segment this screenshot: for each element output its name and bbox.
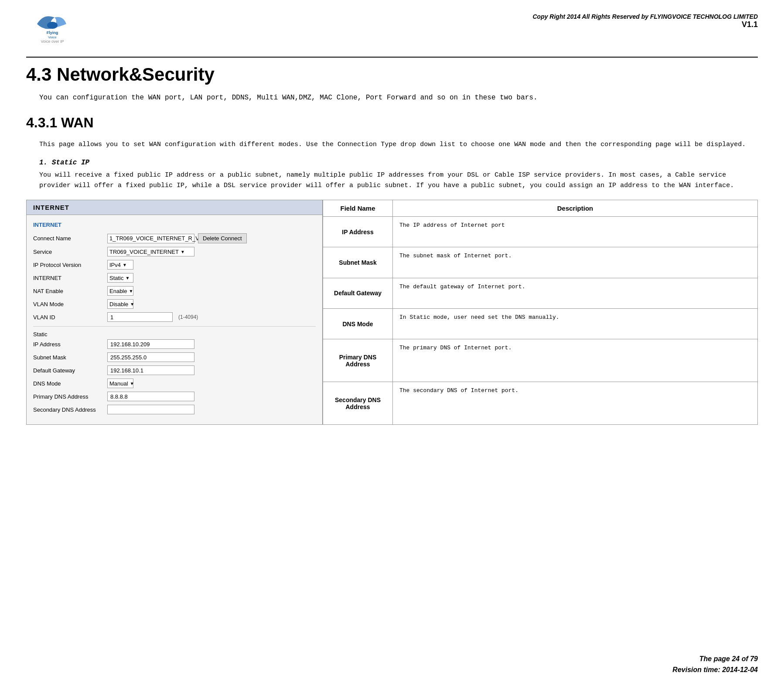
- nat-enable-select[interactable]: Enable ▼: [107, 286, 133, 296]
- ui-section-label: INTERNET: [33, 222, 316, 228]
- vlan-id-input[interactable]: [107, 312, 173, 322]
- default-gateway-input[interactable]: [107, 365, 194, 375]
- ui-panel: INTERNET INTERNET Connect Name 1_TR069_V…: [26, 200, 323, 425]
- service-arrow-icon: ▼: [181, 249, 185, 254]
- dns-mode-arrow-icon: ▼: [130, 381, 134, 386]
- static-ip-description: You will receive a fixed public IP addre…: [39, 170, 758, 191]
- static-ip-title: 1. Static IP: [39, 159, 758, 167]
- secondary-dns-field: [107, 405, 194, 414]
- static-section-label: Static: [33, 331, 316, 338]
- dns-mode-value: Manual: [109, 380, 128, 387]
- service-row: Service TR069_VOICE_INTERNET ▼: [33, 247, 316, 256]
- vlan-mode-value: Disable: [109, 301, 128, 307]
- footer-line2: Revision time: 2014-12-04: [672, 664, 758, 676]
- field-name-subnet-mask: Subnet Mask: [323, 247, 393, 278]
- dns-mode-row: DNS Mode Manual ▼: [33, 379, 316, 388]
- logo-area: Flying Voice Voice over IP: [26, 9, 78, 44]
- internet-arrow-icon: ▼: [126, 276, 130, 280]
- service-field: TR069_VOICE_INTERNET ▼: [107, 247, 194, 256]
- nat-enable-value: Enable: [109, 288, 127, 294]
- ip-address-label: IP Address: [33, 341, 107, 348]
- field-desc-dns-mode: In Static mode, user need set the DNS ma…: [393, 309, 758, 339]
- ui-panel-body: INTERNET Connect Name 1_TR069_VOICE_INTE…: [27, 215, 322, 424]
- field-desc-default-gateway: The default gateway of Internet port.: [393, 278, 758, 308]
- svg-text:Voice: Voice: [48, 35, 57, 39]
- internet-label: INTERNET: [33, 275, 107, 281]
- ip-protocol-row: IP Protocol Version IPv4 ▼: [33, 260, 316, 270]
- version-text: V1.1: [532, 20, 758, 29]
- nat-enable-label: NAT Enable: [33, 288, 107, 294]
- vlan-mode-label: VLAN Mode: [33, 301, 107, 307]
- nat-enable-arrow-icon: ▼: [129, 289, 133, 294]
- ip-address-row: IP Address: [33, 339, 316, 349]
- nat-enable-row: NAT Enable Enable ▼: [33, 286, 316, 296]
- secondary-dns-input[interactable]: [107, 405, 194, 414]
- delete-connect-button[interactable]: Delete Connect: [198, 233, 247, 243]
- ip-protocol-select[interactable]: IPv4 ▼: [107, 260, 133, 270]
- section-title: 4.3 Network&Security: [26, 64, 758, 85]
- vlan-id-field: (1-4094): [107, 312, 198, 322]
- secondary-dns-row: Secondary DNS Address: [33, 405, 316, 414]
- field-desc-secondary-dns: The secondary DNS of Internet port.: [393, 382, 758, 425]
- field-name-dns-mode: DNS Mode: [323, 309, 393, 339]
- default-gateway-field: [107, 365, 194, 375]
- table-row: Secondary DNS Address The secondary DNS …: [323, 382, 758, 425]
- table-header-description: Description: [393, 200, 758, 217]
- internet-field: Static ▼: [107, 273, 133, 283]
- vlan-mode-row: VLAN Mode Disable ▼: [33, 299, 316, 309]
- subnet-mask-input[interactable]: [107, 352, 194, 362]
- dns-mode-label: DNS Mode: [33, 380, 107, 387]
- section-divider: [33, 326, 316, 327]
- svg-text:Flying: Flying: [47, 31, 58, 35]
- page-wrapper: Flying Voice Voice over IP Copy Right 20…: [0, 0, 784, 693]
- header-divider: [26, 57, 758, 58]
- primary-dns-input[interactable]: [107, 392, 194, 401]
- description-table: Field Name Description IP Address The IP…: [323, 200, 758, 425]
- subnet-mask-label: Subnet Mask: [33, 354, 107, 361]
- section-description: You can configuration the WAN port, LAN …: [39, 94, 758, 102]
- ip-protocol-label: IP Protocol Version: [33, 262, 107, 268]
- connect-name-select[interactable]: 1_TR069_VOICE_INTERNET_R_VID_ ▼: [107, 234, 194, 243]
- table-row: Default Gateway The default gateway of I…: [323, 278, 758, 308]
- ip-address-input[interactable]: [107, 339, 194, 349]
- connect-name-label: Connect Name: [33, 235, 107, 242]
- footer-line1: The page 24 of 79: [672, 653, 758, 665]
- internet-select[interactable]: Static ▼: [107, 273, 133, 283]
- dns-mode-field: Manual ▼: [107, 379, 133, 388]
- field-name-ip-address: IP Address: [323, 217, 393, 247]
- vlan-mode-arrow-icon: ▼: [130, 302, 134, 307]
- vlan-mode-field: Disable ▼: [107, 299, 133, 309]
- default-gateway-row: Default Gateway: [33, 365, 316, 375]
- ui-panel-header: INTERNET: [27, 200, 322, 215]
- page-header: Flying Voice Voice over IP Copy Right 20…: [26, 9, 758, 44]
- table-row: Subnet Mask The subnet mask of Internet …: [323, 247, 758, 278]
- field-desc-ip-address: The IP address of Internet port: [393, 217, 758, 247]
- copyright-text: Copy Right 2014 All Rights Reserved by F…: [532, 13, 758, 20]
- field-desc-subnet-mask: The subnet mask of Internet port.: [393, 247, 758, 278]
- primary-dns-label: Primary DNS Address: [33, 393, 107, 400]
- subnet-mask-field: [107, 352, 194, 362]
- primary-dns-row: Primary DNS Address: [33, 392, 316, 401]
- table-row: IP Address The IP address of Internet po…: [323, 217, 758, 247]
- dns-mode-select[interactable]: Manual ▼: [107, 379, 133, 388]
- service-value: TR069_VOICE_INTERNET: [109, 249, 179, 255]
- vlan-id-label: VLAN ID: [33, 314, 107, 321]
- service-select[interactable]: TR069_VOICE_INTERNET ▼: [107, 247, 194, 256]
- field-name-secondary-dns: Secondary DNS Address: [323, 382, 393, 425]
- subsection-title: 4.3.1 WAN: [26, 115, 758, 131]
- vlan-id-hint: (1-4094): [178, 314, 198, 320]
- vlan-mode-select[interactable]: Disable ▼: [107, 299, 133, 309]
- field-desc-primary-dns: The primary DNS of Internet port.: [393, 339, 758, 382]
- subnet-mask-row: Subnet Mask: [33, 352, 316, 362]
- internet-value: Static: [109, 275, 124, 281]
- header-right: Copy Right 2014 All Rights Reserved by F…: [532, 9, 758, 29]
- internet-row: INTERNET Static ▼: [33, 273, 316, 283]
- table-row: Primary DNS Address The primary DNS of I…: [323, 339, 758, 382]
- field-name-default-gateway: Default Gateway: [323, 278, 393, 308]
- default-gateway-label: Default Gateway: [33, 367, 107, 374]
- table-header-field: Field Name: [323, 200, 393, 217]
- field-name-primary-dns: Primary DNS Address: [323, 339, 393, 382]
- logo-icon: Flying Voice: [35, 9, 70, 39]
- ip-protocol-value: IPv4: [109, 262, 121, 268]
- ip-address-field: [107, 339, 194, 349]
